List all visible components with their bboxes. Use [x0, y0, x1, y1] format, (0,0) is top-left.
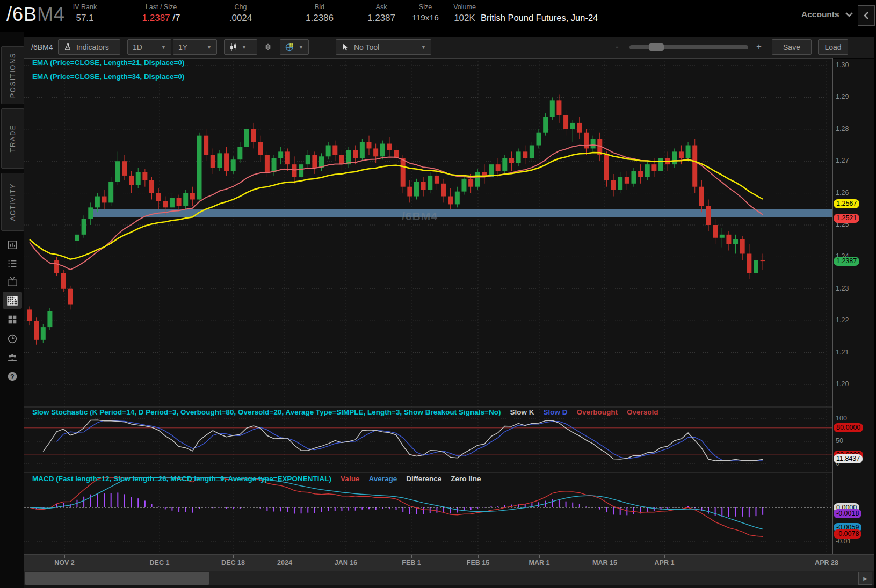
overbought-bubble: 80.0000 — [834, 423, 863, 432]
layout-grid-dropdown[interactable]: ▼ — [280, 39, 309, 55]
slow-k-bubble: 11.8437 — [834, 454, 863, 463]
collapse-panel-button[interactable] — [858, 5, 875, 26]
report-icon[interactable] — [5, 238, 19, 252]
ema21-study-label[interactable]: EMA (Price=CLOSE, Length=21, Displace=0) — [32, 59, 184, 67]
price-tick: 1.30 — [836, 61, 849, 69]
slow-d-legend: Slow D — [543, 408, 567, 416]
tv-icon[interactable] — [5, 275, 19, 289]
list-icon[interactable] — [5, 257, 19, 271]
timeframe-dropdown[interactable]: 1D▼ — [127, 39, 171, 55]
save-button[interactable]: Save — [772, 39, 812, 55]
price-tick: 1.21 — [836, 349, 849, 356]
time-tick-label: DEC 18 — [221, 559, 245, 567]
contract-description: British Pound Futures, Jun-24 — [481, 13, 598, 23]
field-value: 57.1 — [50, 13, 120, 24]
support-zone — [89, 209, 832, 217]
cursor-icon — [341, 42, 349, 52]
candlestick-icon — [229, 42, 237, 52]
price-tick: 1.29 — [836, 93, 849, 100]
time-tick-mark — [605, 555, 605, 558]
time-tick-mark — [160, 555, 160, 558]
gear-icon — [264, 42, 272, 52]
stochastic-legend-row: Slow Stochastic (K Period=14, D Period=3… — [32, 408, 658, 416]
load-button[interactable]: Load — [818, 39, 848, 55]
price-tick: 1.20 — [836, 380, 849, 388]
time-tick-label: 2024 — [277, 559, 292, 567]
chevron-down-icon: ▼ — [299, 45, 303, 50]
average-legend: Average — [368, 475, 397, 483]
sidebar-tab-activity[interactable]: ACTIVITY — [1, 173, 24, 231]
settings-button[interactable] — [259, 39, 277, 55]
people-icon[interactable] — [5, 351, 19, 365]
chart-icon[interactable] — [3, 292, 22, 309]
macd-study-label[interactable]: MACD (Fast length=12, Slow length=26, MA… — [32, 475, 331, 483]
time-tick-label: MAR 15 — [592, 559, 617, 567]
stoch-tick: 50 — [836, 437, 843, 445]
sidebar-tab-trade[interactable]: TRADE — [1, 108, 24, 169]
time-tick-mark — [233, 555, 234, 558]
stoch-tick: 100 — [836, 415, 847, 422]
chevron-down-icon: ▼ — [421, 45, 426, 50]
svg-text:?: ? — [10, 373, 14, 381]
beaker-icon — [63, 43, 72, 52]
field-label: Chg — [206, 3, 276, 11]
sidebar-tab-positions[interactable]: POSITIONS — [1, 46, 24, 104]
tool-label: No Tool — [354, 43, 379, 52]
drawing-tool-dropdown[interactable]: No Tool ▼ — [336, 39, 431, 55]
timeframe-value: 1D — [133, 43, 142, 52]
ema34-study-label[interactable]: EMA (Price=CLOSE, Length=34, Displace=0) — [32, 72, 184, 81]
bid-value: 1.2386 — [285, 13, 354, 24]
price-tick: 1.23 — [836, 285, 849, 292]
chevron-down-icon: ▼ — [161, 45, 166, 50]
time-tick-label: NOV 2 — [54, 559, 75, 567]
time-axis[interactable]: NOV 2DEC 1DEC 182024JAN 16FEB 1FEB 15MAR… — [24, 554, 874, 571]
time-tick-label: FEB 15 — [467, 559, 489, 567]
save-label: Save — [783, 43, 800, 52]
chart-type-dropdown[interactable]: ▼ — [224, 39, 257, 55]
history-icon[interactable] — [5, 332, 19, 346]
field-label: Volume — [438, 3, 491, 11]
macd-average-line — [30, 477, 763, 529]
tab-label: TRADE — [9, 125, 17, 153]
field-chg: Chg .0024 — [206, 3, 276, 24]
indicators-label: Indicators — [76, 43, 109, 52]
tab-label: POSITIONS — [9, 53, 17, 98]
range-value: 1Y — [178, 43, 187, 52]
difference-bubble: -0.0018 — [834, 509, 861, 518]
time-tick-mark — [664, 555, 665, 558]
grid-icon[interactable] — [5, 313, 19, 326]
time-tick-mark — [411, 555, 412, 558]
zoom-in-button[interactable]: + — [756, 41, 762, 52]
time-tick-mark — [539, 555, 540, 558]
last-price-bubble: 1.2387 — [834, 257, 859, 266]
zoom-slider-thumb[interactable] — [649, 43, 664, 51]
chevron-down-icon: ▼ — [242, 45, 247, 50]
help-icon[interactable]: ? — [5, 369, 19, 383]
time-tick-mark — [478, 555, 479, 558]
time-tick-label: APR 1 — [655, 559, 675, 567]
value-legend: Value — [341, 475, 359, 483]
horizontal-scrollbar[interactable]: ▶ — [24, 571, 874, 585]
stochastic-study-label[interactable]: Slow Stochastic (K Period=14, D Period=3… — [32, 408, 501, 416]
field-iv-rank: IV Rank 57.1 — [50, 3, 120, 24]
ema34-bubble: 1.2567 — [834, 199, 859, 208]
load-label: Load — [824, 43, 841, 52]
zoom-out-button[interactable]: - — [616, 41, 619, 52]
time-tick-label: JAN 16 — [335, 559, 357, 567]
value-bubble: -0.0078 — [834, 529, 861, 539]
chart-toolbar: /6BM4 Indicators 1D▼ 1Y▼ ▼ ▼ No Tool ▼ — [24, 37, 874, 59]
globe-grid-icon — [285, 42, 294, 52]
scrollbar-thumb[interactable] — [25, 572, 209, 585]
overbought-legend: Overbought — [576, 408, 618, 416]
field-bid: Bid 1.2386 — [285, 3, 354, 24]
scrollbar-right-arrow[interactable]: ▶ — [858, 572, 872, 585]
symbol-watermark: /6BM4 — [402, 210, 438, 223]
range-dropdown[interactable]: 1Y▼ — [173, 39, 217, 55]
accounts-dropdown[interactable]: Accounts — [801, 10, 853, 19]
indicators-button[interactable]: Indicators — [58, 39, 120, 55]
zeroline-legend: Zero line — [451, 475, 481, 483]
time-tick-mark — [285, 555, 285, 558]
field-label: Last / Size — [126, 3, 196, 11]
time-tick-label: FEB 1 — [402, 559, 421, 567]
zoom-slider-track[interactable] — [629, 45, 748, 49]
